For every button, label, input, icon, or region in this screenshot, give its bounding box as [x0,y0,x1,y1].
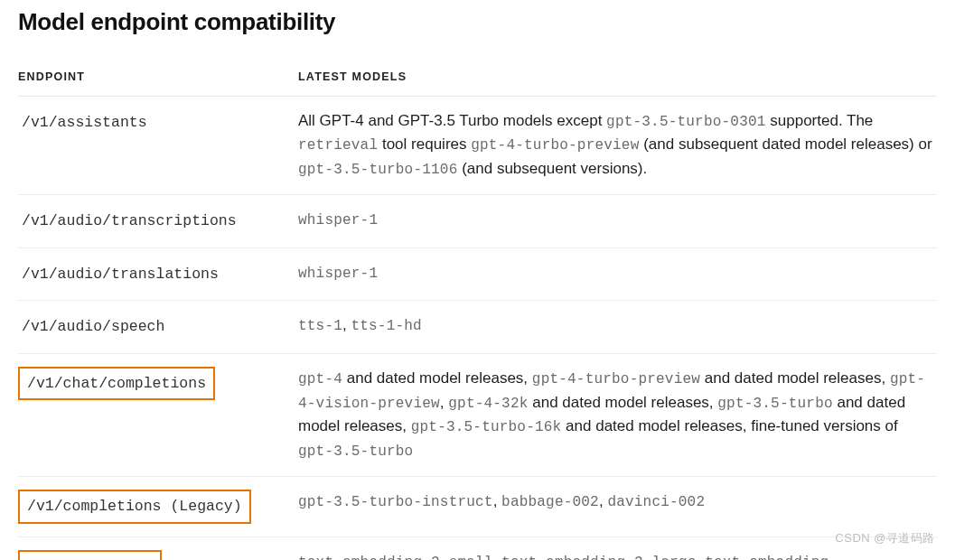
endpoint-cell: /v1/audio/translations [18,247,298,301]
endpoint-cell: /v1/chat/completions [18,353,298,476]
model-code: gpt-4 [298,371,342,387]
body-text: and dated model releases, fine-tuned ver… [561,417,897,434]
model-code: text-embedding- [705,555,838,561]
model-code: gpt-3.5-turbo-instruct [298,494,493,510]
model-code: davinci-002 [607,494,705,510]
endpoint-cell: /v1/assistants [18,96,298,194]
endpoint-path: /v1/chat/completions [18,367,215,401]
model-code: gpt-3.5-turbo-0301 [606,114,765,130]
body-text: , [697,553,705,561]
model-code: gpt-3.5-turbo [717,396,832,412]
model-code: text-embedding-3-small [298,555,493,561]
endpoint-cell: /v1/audio/transcriptions [18,195,298,248]
model-code: text-embedding-3-large [501,555,697,561]
table-row: /v1/audio/speechtts-1, tts-1-hd [18,301,937,354]
table-row: /v1/chat/completionsgpt-4 and dated mode… [18,353,937,476]
body-text: , [599,492,607,509]
compatibility-table: ENDPOINT LATEST MODELS /v1/assistantsAll… [18,63,937,560]
endpoint-path: /v1/audio/transcriptions [18,208,240,235]
models-cell: tts-1, tts-1-hd [298,301,937,354]
header-models: LATEST MODELS [298,63,937,96]
model-code: whisper-1 [298,212,378,229]
model-code: retrieval [298,137,378,154]
table-row: /v1/embeddingstext-embedding-3-small, te… [18,537,937,560]
endpoint-path: /v1/assistants [18,109,151,136]
model-code: gpt-3.5-turbo-16k [411,419,562,435]
header-endpoint: ENDPOINT [18,63,298,96]
endpoint-path: /v1/embeddings [18,550,162,561]
body-text: (and subsequent versions). [457,160,647,177]
table-row: /v1/completions (Legacy)gpt-3.5-turbo-in… [18,476,937,537]
table-row: /v1/assistantsAll GPT-4 and GPT-3.5 Turb… [18,96,937,194]
table-row: /v1/audio/translationswhisper-1 [18,247,937,301]
endpoint-cell: /v1/embeddings [18,537,298,560]
model-code: tts-1 [298,318,342,334]
model-code: gpt-3.5-turbo [298,443,413,460]
model-code: gpt-4-turbo-preview [471,137,639,154]
models-cell: whisper-1 [298,247,937,301]
body-text: , [493,492,501,509]
body-text: , [440,394,448,411]
page-title: Model endpoint compatibility [18,4,937,40]
watermark: CSDN @寻道码路 [835,529,935,547]
body-text: , [493,553,501,561]
endpoint-path: /v1/completions (Legacy) [18,490,251,524]
body-text: and dated model releases, [529,394,718,411]
models-cell: gpt-4 and dated model releases, gpt-4-tu… [298,353,937,476]
models-cell: gpt-3.5-turbo-instruct, babbage-002, dav… [298,476,937,537]
endpoint-cell: /v1/completions (Legacy) [18,476,298,537]
model-code: babbage-002 [501,494,599,510]
body-text: and dated model releases, [342,369,532,387]
table-row: /v1/audio/transcriptionswhisper-1 [18,195,937,248]
endpoint-path: /v1/audio/speech [18,313,168,341]
model-code: gpt-4-32k [448,396,528,412]
body-text: and dated model releases, [700,369,890,387]
models-cell: whisper-1 [298,195,937,248]
body-text: tool requires [378,135,471,153]
models-cell: All GPT-4 and GPT-3.5 Turbo models excep… [298,96,937,194]
model-code: gpt-4-turbo-preview [532,371,700,387]
body-text: All GPT-4 and GPT-3.5 Turbo models excep… [298,112,606,129]
model-code: gpt-3.5-turbo-1106 [298,162,457,178]
model-code: whisper-1 [298,266,378,282]
endpoint-cell: /v1/audio/speech [18,301,298,354]
body-text: (and subsequent dated model releases) or [639,135,932,153]
body-text: supported. The [766,112,874,129]
model-code: tts-1-hd [351,318,421,334]
endpoint-path: /v1/audio/translations [18,261,222,288]
